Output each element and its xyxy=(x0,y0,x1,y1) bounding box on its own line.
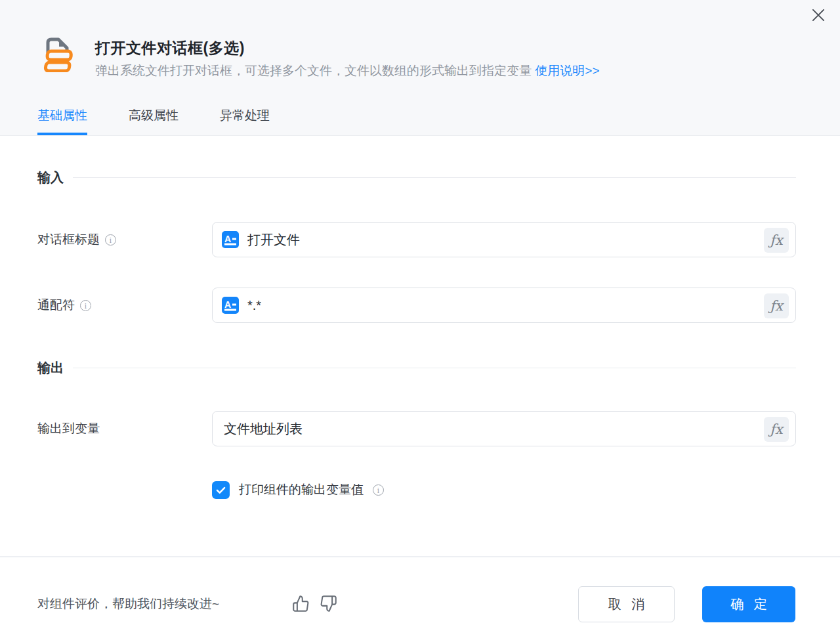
text-type-icon: A xyxy=(222,297,239,314)
text-type-icon: A xyxy=(222,231,239,248)
field-row-wildcard: 通配符 i A ƒx xyxy=(37,288,796,323)
property-tabs: 基础属性 高级属性 异常处理 xyxy=(37,107,270,135)
section-output: 输出 xyxy=(37,358,796,377)
description-text: 弹出系统文件打开对话框，可选择多个文件，文件以数组的形式输出到指定变量 xyxy=(95,64,532,77)
dialog-title-input[interactable] xyxy=(247,232,757,247)
info-icon[interactable]: i xyxy=(373,484,384,496)
dialog-title-input-box: A ƒx xyxy=(212,222,796,257)
section-divider xyxy=(73,177,796,178)
field-row-output-variable: 输出到变量 ƒx xyxy=(37,411,796,446)
component-property-dialog: 打开文件对话框(多选) 弹出系统文件打开对话框，可选择多个文件，文件以数组的形式… xyxy=(0,0,840,644)
dialog-header: 打开文件对话框(多选) 弹出系统文件打开对话框，可选择多个文件，文件以数组的形式… xyxy=(0,0,840,136)
field-label: 通配符 i xyxy=(37,288,91,323)
print-output-checkbox[interactable] xyxy=(212,481,230,499)
output-variable-label: 输出到变量 xyxy=(37,420,100,437)
svg-text:A: A xyxy=(224,299,231,310)
confirm-button[interactable]: 确 定 xyxy=(702,586,795,622)
thumbs-down-icon[interactable] xyxy=(320,595,337,612)
section-input: 输入 xyxy=(37,168,796,186)
info-icon[interactable]: i xyxy=(105,234,116,246)
wildcard-input-box: A ƒx xyxy=(212,288,796,323)
output-variable-input-box: ƒx xyxy=(212,411,796,446)
field-row-dialog-title: 对话框标题 i A ƒx xyxy=(37,222,796,257)
page-title: 打开文件对话框(多选) xyxy=(95,38,245,58)
feedback-buttons xyxy=(292,595,337,612)
cancel-button[interactable]: 取 消 xyxy=(578,586,675,622)
component-description: 弹出系统文件打开对话框，可选择多个文件，文件以数组的形式输出到指定变量 使用说明… xyxy=(95,62,804,79)
field-label: 输出到变量 xyxy=(37,411,100,446)
wildcard-label: 通配符 xyxy=(37,297,75,314)
wildcard-input[interactable] xyxy=(247,298,757,313)
section-output-title: 输出 xyxy=(37,359,64,377)
usage-help-link[interactable]: 使用说明>> xyxy=(535,64,599,77)
fx-expression-button[interactable]: ƒx xyxy=(764,228,789,253)
thumbs-up-icon[interactable] xyxy=(292,595,310,612)
tab-basic-properties[interactable]: 基础属性 xyxy=(37,107,87,135)
feedback-prompt: 对组件评价，帮助我们持续改进~ xyxy=(37,595,219,612)
svg-text:A: A xyxy=(224,234,231,244)
print-output-checkbox-row: 打印组件的输出变量值 i xyxy=(212,481,384,499)
open-file-dialog-icon xyxy=(39,33,75,72)
fx-expression-button[interactable]: ƒx xyxy=(764,293,789,318)
output-variable-input[interactable] xyxy=(224,421,757,437)
section-divider xyxy=(73,368,796,368)
info-icon[interactable]: i xyxy=(80,300,91,311)
dialog-title-label: 对话框标题 xyxy=(37,231,100,248)
section-input-title: 输入 xyxy=(37,169,64,186)
field-label: 对话框标题 i xyxy=(37,222,116,257)
close-icon[interactable] xyxy=(807,4,830,26)
tab-exception-handling[interactable]: 异常处理 xyxy=(220,107,270,135)
footer-divider xyxy=(0,556,840,557)
print-output-checkbox-label: 打印组件的输出变量值 xyxy=(239,481,364,498)
fx-expression-button[interactable]: ƒx xyxy=(764,417,789,442)
tab-advanced-properties[interactable]: 高级属性 xyxy=(129,107,178,135)
